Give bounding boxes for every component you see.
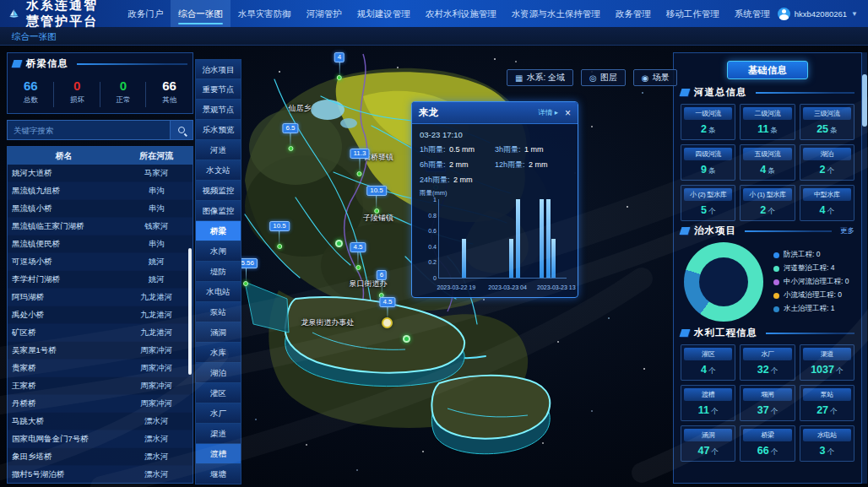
nav-tab-1[interactable]: 政务门户 <box>120 0 171 27</box>
info-card-涵洞[interactable]: 涵洞47个 <box>681 425 735 462</box>
breadcrumb[interactable]: 综合一张图 <box>0 27 868 46</box>
layer-menu-item-水库[interactable]: 水库 <box>195 343 241 363</box>
layer-menu-item-渠道[interactable]: 渠道 <box>195 424 241 444</box>
table-row[interactable]: 禹处小桥九龙港河 <box>8 306 193 324</box>
info-card-渡槽[interactable]: 渡槽11个 <box>681 385 735 421</box>
layer-menu-item-桥梁[interactable]: 桥梁 <box>195 221 241 241</box>
info-card-桥梁[interactable]: 桥梁66个 <box>740 425 795 462</box>
nav-tab-10[interactable]: 系统管理 <box>727 0 778 27</box>
search-button[interactable] <box>170 120 193 140</box>
panel-scrollbar[interactable] <box>862 52 867 484</box>
info-card-五级河流[interactable]: 五级河流4条 <box>740 144 795 181</box>
map-control-水系: 全域[interactable]: ▦水系: 全域 <box>507 69 573 86</box>
nav-tab-4[interactable]: 河湖管护 <box>299 0 350 27</box>
nav-tab-8[interactable]: 政务管理 <box>608 0 659 27</box>
water-level-marker[interactable]: 4 <box>334 52 344 80</box>
water-level-marker[interactable]: 11.3 <box>350 149 370 176</box>
layer-menu-item-重要节点[interactable]: 重要节点 <box>195 79 241 100</box>
layer-menu-item-景观节点[interactable]: 景观节点 <box>195 100 241 120</box>
info-card-中型水库[interactable]: 中型水库4个 <box>800 185 854 221</box>
search-input[interactable] <box>7 120 170 140</box>
table-row[interactable]: 贵家桥周家冲河 <box>8 360 193 377</box>
info-card-水厂[interactable]: 水厂32个 <box>740 344 795 381</box>
table-row[interactable]: 黑流镇小桥串沟 <box>8 200 193 218</box>
map-control-label: 图层 <box>600 72 617 84</box>
info-card-堰闸[interactable]: 堰闸37个 <box>740 385 795 421</box>
marker-stem <box>246 268 247 281</box>
info-card-水电站[interactable]: 水电站3个 <box>800 425 854 462</box>
layer-menu-item-堤防[interactable]: 堤防 <box>195 262 241 282</box>
poi-marker[interactable] <box>382 317 393 328</box>
info-card-四级河流[interactable]: 四级河流9条 <box>681 144 735 181</box>
layer-menu-item-治水项目[interactable]: 治水项目 <box>195 59 241 79</box>
legend-label: 中小河流治理工程: 0 <box>784 277 849 287</box>
layer-menu-item-涵洞[interactable]: 涵洞 <box>195 322 241 343</box>
close-icon[interactable]: × <box>565 108 571 118</box>
map-control-图层[interactable]: ◎图层 <box>581 69 626 86</box>
river-name-cell: 漂水河 <box>121 448 193 465</box>
layer-menu-item-水闸[interactable]: 水闸 <box>195 241 241 262</box>
card-value: 11个 <box>684 404 732 417</box>
nav-tab-5[interactable]: 规划建设管理 <box>350 0 418 27</box>
user-menu[interactable]: hkxb42080261 ▼ <box>778 8 858 20</box>
camera-marker[interactable] <box>403 335 410 343</box>
info-card-小 (2) 型水库[interactable]: 小 (2) 型水库5个 <box>681 185 735 221</box>
nav-tab-3[interactable]: 水旱灾害防御 <box>231 0 299 27</box>
water-level-marker[interactable]: 6 <box>377 270 387 298</box>
table-row[interactable]: 马跳大桥漂水河 <box>8 413 193 430</box>
table-row[interactable]: 可逗场小桥姚河 <box>8 253 193 271</box>
info-card-泵站[interactable]: 泵站27个 <box>800 385 854 421</box>
river-name-cell: 周家冲河 <box>121 360 193 376</box>
table-row[interactable]: 王家桥周家冲河 <box>8 377 193 395</box>
nav-tab-6[interactable]: 农村水利设施管理 <box>418 0 504 27</box>
popup-detail-link[interactable]: 详情 ▸ <box>538 108 558 118</box>
nav-tab-2[interactable]: 综合一张图 <box>171 0 231 27</box>
more-link[interactable]: 更多 <box>840 226 854 236</box>
layer-menu-item-视频监控[interactable]: 视频监控 <box>195 181 241 201</box>
table-row[interactable]: 姚河大道桥马家河 <box>8 165 193 182</box>
info-card-二级河流[interactable]: 二级河流11条 <box>740 104 795 140</box>
table-row[interactable]: 黑流镇九组桥串沟 <box>8 182 193 200</box>
layer-menu-item-水电站[interactable]: 水电站 <box>195 282 241 302</box>
water-level-marker[interactable]: 10.5 <box>269 221 290 249</box>
table-row[interactable]: 国家电网鲁金门7号桥漂水河 <box>8 430 193 448</box>
table-row[interactable]: 阿玛湖桥九龙港河 <box>8 289 193 306</box>
info-card-渠道[interactable]: 渠道1037个 <box>800 344 854 381</box>
table-row[interactable]: 矿区桥九龙港河 <box>8 324 193 342</box>
table-scrollbar[interactable] <box>188 248 192 375</box>
layer-menu-item-水文站[interactable]: 水文站 <box>195 160 241 181</box>
panel-scrollbar-thumb[interactable] <box>862 74 867 127</box>
water-level-marker[interactable]: 10.5 <box>366 186 387 214</box>
layer-menu-item-灌区[interactable]: 灌区 <box>195 383 241 403</box>
nav-tab-9[interactable]: 移动工作管理 <box>659 0 727 27</box>
layer-menu-item-泵站[interactable]: 泵站 <box>195 302 241 322</box>
layer-menu-item-湖泊[interactable]: 湖泊 <box>195 363 241 383</box>
info-card-小 (1) 型水库[interactable]: 小 (1) 型水库2个 <box>740 185 795 221</box>
layer-menu-item-乐水预览[interactable]: 乐水预览 <box>195 120 241 140</box>
table-row[interactable]: 李学村门湖桥姚河 <box>8 271 193 289</box>
river-name-cell: 姚河 <box>121 253 193 270</box>
map-control-场景[interactable]: ◉场景 <box>633 69 678 86</box>
water-level-marker[interactable]: 4.5 <box>350 242 366 270</box>
layer-menu-item-水厂[interactable]: 水厂 <box>195 403 241 424</box>
layer-menu-item-渡槽[interactable]: 渡槽 <box>195 444 241 464</box>
table-row[interactable]: 吴家屋1号桥周家冲河 <box>8 342 193 360</box>
bridge-panel: 桥梁信息 66总数0损坏0正常66其他 桥名 所在河流 姚河大道桥马家河黑流镇九… <box>7 52 193 485</box>
table-row[interactable]: 黑流镇便民桥串沟 <box>8 235 193 253</box>
layer-menu-item-堰塘[interactable]: 堰塘 <box>195 464 241 484</box>
info-card-三级河流[interactable]: 三级河流25条 <box>800 104 854 140</box>
basic-info-tab[interactable]: 基础信息 <box>727 61 808 79</box>
table-row[interactable]: 象田乡塔桥漂水河 <box>8 448 193 466</box>
table-row[interactable]: 丹桥桥周家冲河 <box>8 395 193 413</box>
info-card-一级河流[interactable]: 一级河流2条 <box>681 104 735 140</box>
table-row[interactable]: 黑流镇临王家门湖桥钱家河 <box>8 218 193 235</box>
table-row[interactable]: 撒村5号湖泊桥漂水河 <box>8 466 193 484</box>
chart-y-tick: 0 <box>433 275 437 281</box>
layer-menu-item-图像监控[interactable]: 图像监控 <box>195 201 241 221</box>
water-level-marker[interactable]: 6.5 <box>282 123 298 151</box>
info-card-灌区[interactable]: 灌区4个 <box>681 344 735 381</box>
layer-menu-item-河道[interactable]: 河道 <box>195 140 241 160</box>
camera-marker[interactable] <box>335 240 343 247</box>
info-card-湖泊[interactable]: 湖泊2个 <box>800 144 854 181</box>
nav-tab-7[interactable]: 水资源与水土保持管理 <box>504 0 608 27</box>
